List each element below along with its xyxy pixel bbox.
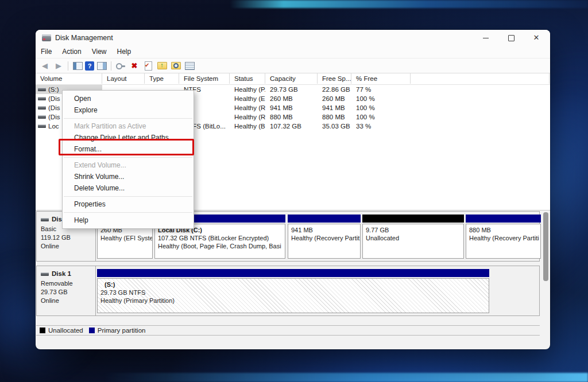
partition-local-disk-c-[interactable]: Local Disk (C:)107.32 GB NTFS (BitLocker… bbox=[154, 224, 285, 259]
partition-info-line: 29.73 GB NTFS bbox=[100, 289, 486, 297]
cell-capacity: 880 MB bbox=[265, 112, 318, 122]
partition-title: (S:) bbox=[105, 280, 486, 289]
partition-info-line: Healthy (Recovery Partit bbox=[291, 234, 357, 242]
maximize-button[interactable] bbox=[500, 30, 523, 46]
context-menu-separator bbox=[63, 210, 194, 215]
disk-label[interactable]: Disk 1Removable29.73 GBOnline bbox=[37, 266, 96, 315]
open-folder-icon[interactable] bbox=[156, 60, 168, 72]
volume-icon bbox=[38, 88, 46, 91]
column-header-status[interactable]: Status bbox=[230, 73, 265, 84]
disk-icon bbox=[41, 272, 49, 276]
disk-name: Disk 1 bbox=[41, 270, 95, 278]
menubar-item-view[interactable]: View bbox=[87, 46, 112, 57]
partition-info-line: 107.32 GB NTFS (BitLocker Encrypted) bbox=[158, 234, 282, 242]
partition-info-line: Unallocated bbox=[366, 234, 461, 242]
context-menu-item-change-drive-letter-and-paths[interactable]: Change Drive Letter and Paths... bbox=[63, 132, 194, 143]
cell-capacity: 107.32 GB bbox=[265, 122, 318, 131]
toolbar-separator bbox=[111, 61, 111, 71]
legend-label: Primary partition bbox=[98, 327, 146, 334]
unallocated-bar bbox=[362, 215, 464, 223]
vertical-scrollbar-thumb[interactable] bbox=[543, 212, 548, 281]
legend-swatch-primary-partition bbox=[89, 328, 95, 333]
context-menu-item-help[interactable]: Help bbox=[63, 215, 194, 226]
partition--s-[interactable]: (S:)29.73 GB NTFSHealthy (Primary Partit… bbox=[97, 278, 489, 313]
cell-capacity: 941 MB bbox=[265, 103, 318, 112]
menubar-item-help[interactable]: Help bbox=[112, 46, 137, 57]
cell-free: 35.03 GB bbox=[318, 122, 351, 131]
cell-capacity: 29.73 GB bbox=[265, 85, 318, 94]
forward-icon[interactable] bbox=[52, 60, 65, 72]
context-menu-item-format[interactable]: Format... bbox=[63, 143, 194, 155]
column-header-type[interactable]: Type bbox=[145, 73, 179, 84]
minimize-button[interactable] bbox=[474, 30, 497, 46]
properties-icon[interactable] bbox=[183, 60, 196, 72]
delete-volume-icon[interactable] bbox=[128, 60, 141, 72]
cell-capacity: 260 MB bbox=[265, 94, 318, 103]
context-menu-item-mark-partition-as-active: Mark Partition as Active bbox=[63, 120, 194, 132]
menu-bar: FileActionViewHelp bbox=[36, 46, 550, 59]
partition-info-line: Healthy (EFI System bbox=[100, 234, 149, 242]
partition-9-77-gb[interactable]: 9.77 GBUnallocated bbox=[362, 224, 464, 259]
cell-status: Healthy (E... bbox=[230, 94, 265, 103]
context-menu-item-properties[interactable]: Properties bbox=[63, 198, 194, 210]
disk-management-icon bbox=[42, 34, 51, 41]
disk-size: 119.12 GB bbox=[41, 233, 95, 242]
cell-pct: 77 % bbox=[351, 85, 411, 94]
rescan-icon[interactable] bbox=[114, 60, 127, 72]
help-icon[interactable] bbox=[85, 61, 94, 71]
context-menu-item-shrink-volume[interactable]: Shrink Volume... bbox=[63, 171, 194, 182]
volume-icon bbox=[38, 106, 46, 110]
cell-status: Healthy (R... bbox=[230, 103, 265, 112]
cell-status: Healthy (P... bbox=[230, 85, 265, 94]
context-menu-item-extend-volume: Extend Volume... bbox=[63, 159, 194, 171]
primary-partition-bar bbox=[97, 269, 489, 277]
primary-partition-bar bbox=[466, 215, 541, 223]
column-header-free-sp-[interactable]: Free Sp... bbox=[318, 73, 351, 84]
titlebar[interactable]: Disk Management ✕ bbox=[36, 30, 550, 46]
toolbar bbox=[36, 59, 550, 73]
volume-icon bbox=[38, 124, 46, 128]
legend-label: Unallocated bbox=[48, 327, 83, 334]
desktop-wallpaper: Disk Management ✕ FileActionViewHelp Vol… bbox=[0, 0, 588, 382]
cell-pct: 100 % bbox=[351, 112, 411, 122]
column-header-volume[interactable]: Volume bbox=[36, 73, 102, 84]
partition-legend: UnallocatedPrimary partition bbox=[36, 325, 540, 336]
context-menu-separator bbox=[63, 155, 194, 159]
console-tree-icon[interactable] bbox=[71, 60, 84, 72]
cell-pct: 33 % bbox=[351, 122, 411, 131]
partition-info-line: 9.77 GB bbox=[366, 226, 461, 234]
explore-folder-icon[interactable] bbox=[169, 60, 182, 72]
context-menu-item-open[interactable]: Open bbox=[63, 93, 194, 104]
cell-pct: 100 % bbox=[351, 103, 411, 112]
partition-941-mb[interactable]: 941 MBHealthy (Recovery Partit bbox=[288, 224, 361, 259]
disk-kind: Removable bbox=[41, 279, 95, 288]
partition-880-mb[interactable]: 880 MBHealthy (Recovery Partiti bbox=[466, 224, 541, 259]
cell-free: 880 MB bbox=[318, 112, 351, 122]
toolbar-separator bbox=[68, 61, 68, 71]
column-header-layout[interactable]: Layout bbox=[102, 73, 145, 84]
cell-free: 22.86 GB bbox=[318, 85, 351, 94]
window-title: Disk Management bbox=[55, 34, 113, 42]
disk-state: Online bbox=[41, 242, 95, 251]
cell-pct: 100 % bbox=[351, 94, 411, 103]
volume-context-menu: OpenExploreMark Partition as ActiveChang… bbox=[62, 90, 194, 229]
partition-info-line: Healthy (Recovery Partiti bbox=[469, 234, 537, 242]
partition-260-mb[interactable]: 260 MBHealthy (EFI System bbox=[97, 224, 153, 259]
column-header-file-system[interactable]: File System bbox=[179, 73, 230, 84]
partition-info-line: Healthy (Boot, Page File, Crash Dump, Ba… bbox=[158, 242, 282, 250]
menubar-item-file[interactable]: File bbox=[36, 46, 57, 57]
close-button[interactable]: ✕ bbox=[525, 30, 548, 46]
menubar-item-action[interactable]: Action bbox=[57, 46, 86, 57]
context-menu-item-explore[interactable]: Explore bbox=[63, 104, 194, 116]
mark-active-icon[interactable] bbox=[142, 60, 154, 72]
column-header--free[interactable]: % Free bbox=[351, 73, 411, 84]
wallpaper-bottom-streak bbox=[103, 373, 588, 382]
column-header-capacity[interactable]: Capacity bbox=[265, 73, 318, 84]
cell-status: Healthy (R... bbox=[230, 112, 265, 122]
context-menu-separator bbox=[63, 194, 194, 198]
cell-status: Healthy (B... bbox=[230, 122, 265, 131]
context-menu-item-delete-volume[interactable]: Delete Volume... bbox=[63, 182, 194, 194]
back-icon[interactable] bbox=[38, 60, 51, 72]
action-pane-icon[interactable] bbox=[95, 60, 108, 72]
volume-list-header: VolumeLayoutTypeFile SystemStatusCapacit… bbox=[36, 73, 550, 85]
